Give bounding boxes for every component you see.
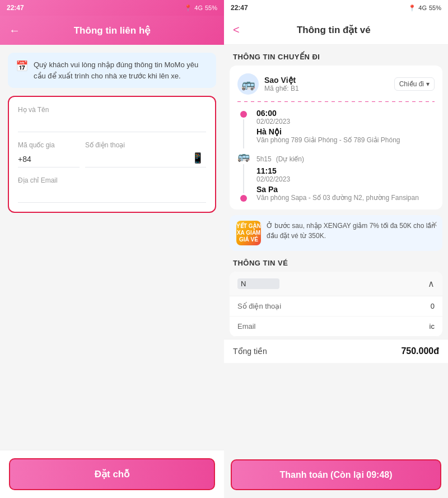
direction-tag[interactable]: Chiều đi ▾ <box>394 77 435 91</box>
promo-image: YẾT GÀN XA GIẢM GIÁ VÉ <box>236 221 261 245</box>
right-status-bar: 22:47 📍 4G 55% <box>224 0 448 16</box>
arrive-address: Văn phòng Sapa - Số 03 đường N2, phường … <box>256 194 435 202</box>
trip-route: 🚌 06:00 02/02/2023 Hà Nội Văn phòng 789 … <box>237 109 435 202</box>
seat-code: Mã ghế: B1 <box>264 85 299 92</box>
right-back-button[interactable]: < <box>233 24 240 36</box>
phone-input[interactable] <box>85 151 206 167</box>
right-location-icon: 📍 <box>408 4 416 12</box>
left-signal: 4G <box>194 4 203 11</box>
ticket-name-value: N <box>237 278 279 289</box>
depart-place: Hà Nội <box>256 127 435 136</box>
chevron-down-icon: ▾ <box>426 80 430 88</box>
left-back-button[interactable]: ← <box>9 24 20 37</box>
trip-section-title: THÔNG TIN CHUYẾN ĐI <box>224 45 448 66</box>
bus-company-left: 🚌 Sao Việt Mã ghế: B1 <box>237 73 299 95</box>
ticket-email-value: ic <box>430 322 435 331</box>
duration-note: (Dự kiến) <box>276 155 304 163</box>
ticket-card: N ∧ Số điện thoại 0 Email ic <box>230 272 442 337</box>
left-status-bar: 22:47 📍 4G 55% <box>0 0 224 16</box>
ticket-section-title: THÔNG TIN VÉ <box>224 257 448 272</box>
left-time: 22:47 <box>7 4 24 12</box>
ticket-phone-row: Số điện thoại 0 <box>230 296 442 317</box>
bus-company-info: Sao Việt Mã ghế: B1 <box>264 76 299 92</box>
trip-divider <box>237 101 435 102</box>
contact-form: Họ và Tên Mã quốc gia Số điện thoại 📱 Đị… <box>8 96 216 213</box>
email-input[interactable] <box>18 187 206 203</box>
calendar-icon: 📅 <box>16 60 28 72</box>
right-content: THÔNG TIN CHUYẾN ĐI 🚌 Sao Việt Mã ghế: B… <box>224 45 448 454</box>
duration-time: 5h15 <box>256 155 272 163</box>
country-code-input[interactable] <box>18 151 80 167</box>
trip-card: 🚌 Sao Việt Mã ghế: B1 Chiều đi ▾ <box>230 66 442 210</box>
email-label: Địa chỉ Email <box>18 176 206 184</box>
left-status-icons: 📍 4G 55% <box>184 4 217 12</box>
duration-row: 5h15 (Dự kiến) <box>256 152 435 166</box>
country-label: Mã quốc gia <box>18 141 80 149</box>
promo-image-text: YẾT GÀN XA GIẢM GIÁ VÉ <box>236 223 261 243</box>
left-page-title: Thông tin liên hệ <box>29 25 195 36</box>
company-name: Sao Việt <box>264 76 299 85</box>
email-field: Địa chỉ Email <box>18 176 206 203</box>
left-footer: Đặt chỗ <box>0 450 224 498</box>
depart-date: 02/02/2023 <box>256 118 435 125</box>
depart-time: 06:00 <box>256 109 435 118</box>
chevron-up-icon[interactable]: ∧ <box>428 278 435 289</box>
ticket-name-row: N ∧ <box>230 272 442 296</box>
right-battery: 55% <box>429 4 441 11</box>
notice-text: Quý khách vui lòng nhập đúng thông tin M… <box>34 59 208 81</box>
bus-icon: 🚌 <box>237 73 259 95</box>
phone-icon: 📱 <box>192 152 204 164</box>
ticket-phone-label: Số điện thoại <box>237 302 281 310</box>
start-dot <box>240 111 247 118</box>
left-panel: 22:47 📍 4G 55% ← Thông tin liên hệ 📅 Quý… <box>0 0 224 498</box>
arrive-time: 11:15 <box>256 166 435 175</box>
dat-cho-button[interactable]: Đặt chỗ <box>9 458 215 490</box>
right-header: < Thông tin đặt vé <box>224 16 448 45</box>
end-dot <box>240 195 247 202</box>
name-label: Họ và Tên <box>18 106 206 114</box>
left-battery: 55% <box>205 4 217 11</box>
right-page-title: Thông tin đặt vé <box>249 24 419 36</box>
arrive-stop: 11:15 02/02/2023 Sa Pa Văn phòng Sapa - … <box>256 166 435 202</box>
right-panel: 22:47 📍 4G 55% < Thông tin đặt vé THÔNG … <box>224 0 448 498</box>
route-timeline: 🚌 <box>237 109 250 202</box>
phone-row: Mã quốc gia Số điện thoại 📱 <box>18 141 206 167</box>
name-field: Họ và Tên <box>18 106 206 132</box>
promo-banner: YẾT GÀN XA GIẢM GIÁ VÉ Ở bước sau, nhập … <box>230 215 442 251</box>
phone-label: Số điện thoại <box>85 141 206 149</box>
duration-bus-icon: 🚌 <box>237 150 250 162</box>
right-signal: 4G <box>418 4 427 11</box>
promo-close-button[interactable]: ✕ <box>431 220 438 229</box>
depart-stop: 06:00 02/02/2023 Hà Nội Văn phòng 789 Gi… <box>256 109 435 144</box>
ticket-email-row: Email ic <box>230 317 442 337</box>
route-details: 06:00 02/02/2023 Hà Nội Văn phòng 789 Gi… <box>256 109 435 202</box>
phone-field: Số điện thoại 📱 <box>85 141 206 167</box>
arrive-date: 02/02/2023 <box>256 175 435 183</box>
total-amount: 750.000đ <box>401 346 439 356</box>
timeline-line-top <box>243 119 244 148</box>
total-label: Tổng tiền <box>233 347 267 356</box>
left-location-icon: 📍 <box>184 4 192 12</box>
right-time: 22:47 <box>231 4 248 12</box>
arrive-place: Sa Pa <box>256 185 435 194</box>
total-row: Tổng tiền 750.000đ <box>224 339 448 363</box>
ticket-email-label: Email <box>237 322 256 331</box>
left-content: 📅 Quý khách vui lòng nhập đúng thông tin… <box>0 45 224 450</box>
promo-text: Ở bước sau, nhập XENGAY giảm 7% tối đa 5… <box>267 221 436 241</box>
right-footer: Thanh toán (Còn lại 09:48) <box>224 454 448 498</box>
ticket-phone-value: 0 <box>431 302 435 310</box>
direction-label: Chiều đi <box>399 80 424 88</box>
right-status-icons: 📍 4G 55% <box>408 4 441 12</box>
name-input[interactable] <box>18 116 206 132</box>
depart-address: Văn phòng 789 Giải Phóng - Số 789 Giải P… <box>256 136 435 144</box>
country-code-field: Mã quốc gia <box>18 141 80 167</box>
pay-button[interactable]: Thanh toán (Còn lại 09:48) <box>231 459 441 490</box>
timeline-line-bottom <box>243 164 244 193</box>
info-notice: 📅 Quý khách vui lòng nhập đúng thông tin… <box>8 53 216 88</box>
bus-company-row: 🚌 Sao Việt Mã ghế: B1 Chiều đi ▾ <box>237 73 435 95</box>
left-header: ← Thông tin liên hệ <box>0 16 224 45</box>
